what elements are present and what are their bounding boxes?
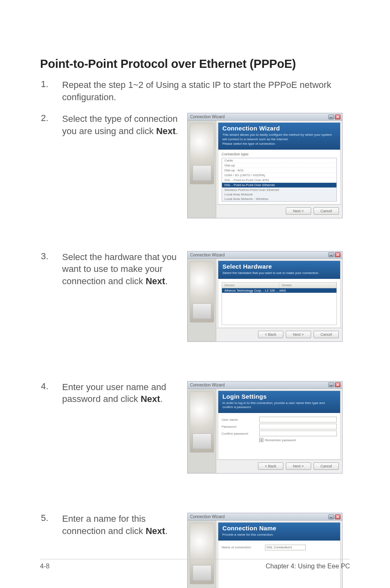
checkbox-icon[interactable]: ✕: [259, 438, 263, 442]
list-item[interactable]: Dial-up: [222, 163, 336, 168]
step-number: 2.: [40, 113, 62, 123]
dialog-login-settings: Connection Wizard Login: [187, 381, 343, 474]
dialog-titlebar: Connection Wizard: [188, 251, 342, 259]
banner-desc: Select the hardware that you want to use…: [222, 271, 336, 276]
username-label: User name:: [222, 418, 259, 422]
list-label: Connection type:: [222, 152, 337, 156]
banner-title: Select Hardware: [222, 263, 336, 270]
list-item[interactable]: GSM / 3G (UMTS / HSDPA): [222, 173, 336, 178]
hardware-table[interactable]: Device Details Atheros Technology Corp. …: [222, 282, 337, 325]
dialog-side-graphic: [188, 521, 216, 588]
close-icon[interactable]: [335, 114, 341, 119]
confirm-input[interactable]: [259, 431, 337, 436]
step-number: 1.: [40, 79, 62, 90]
dialog-title: Connection Wizard: [190, 514, 224, 519]
step-5-text: Enter a name for this connection and cli…: [62, 513, 181, 537]
password-input[interactable]: [259, 424, 337, 429]
banner-title: Connection Name: [222, 525, 336, 532]
close-icon[interactable]: [335, 252, 341, 257]
dialog-title: Connection Wizard: [190, 253, 224, 257]
dialog-banner: Connection Wizard This wizard allows you…: [218, 123, 340, 149]
connection-name-label: Name of connection:: [222, 545, 265, 549]
list-item[interactable]: Local Area Network - Wireless: [222, 197, 336, 201]
banner-title: Login Settings: [222, 393, 336, 400]
minimize-icon[interactable]: [328, 382, 334, 387]
step-4-text: Enter your user name and password and cl…: [62, 381, 181, 405]
list-item[interactable]: Local Area Network: [222, 192, 336, 197]
step-3: 3. Select the hardware that you want to …: [40, 251, 350, 344]
step-1-text: Repeat the step 1~2 of Using a static IP…: [62, 79, 340, 103]
table-row-selected[interactable]: Atheros Technology Corp. - L2 100 ... et…: [222, 288, 336, 293]
list-item[interactable]: Wireless Point-to-Point Over Ethernet: [222, 188, 336, 192]
dialog-title: Connection Wizard: [190, 114, 224, 119]
dialog-select-hardware: Connection Wizard Select: [187, 251, 343, 342]
back-button[interactable]: < Back: [258, 331, 283, 338]
step-5: 5. Enter a name for this connection and …: [40, 513, 350, 588]
cancel-button[interactable]: Cancel: [314, 331, 339, 338]
password-label: Password:: [222, 425, 259, 429]
step-1: 1. Repeat the step 1~2 of Using a static…: [40, 79, 350, 103]
step-4: 4. Enter your user name and password and…: [40, 381, 350, 476]
dialog-titlebar: Connection Wizard: [188, 513, 342, 521]
dialog-titlebar: Connection Wizard: [188, 382, 342, 389]
dialog-side-graphic: [188, 389, 216, 474]
page-heading: Point-to-Point Protocol over Ethernet (P…: [40, 57, 350, 71]
next-button[interactable]: Next >: [286, 331, 311, 338]
confirm-label: Confirm password:: [222, 432, 259, 435]
minimize-icon[interactable]: [328, 114, 334, 119]
next-button[interactable]: Next >: [286, 462, 311, 470]
close-icon[interactable]: [335, 514, 341, 519]
connection-type-list[interactable]: Cable Dial-up Dial-up - AOL GSM / 3G (UM…: [222, 158, 337, 202]
col-details: Details: [279, 283, 336, 288]
step-2-text: Select the type of connection you are us…: [62, 113, 181, 137]
page-number: 4-8: [40, 563, 49, 570]
back-button[interactable]: < Back: [258, 462, 283, 470]
step-2: 2. Select the type of connection you are…: [40, 113, 350, 220]
minimize-icon[interactable]: [328, 514, 334, 519]
step-3-text: Select the hardware that you want to use…: [62, 251, 181, 287]
banner-desc: In order to log in to this connection, p…: [222, 401, 336, 410]
step-number: 4.: [40, 381, 62, 392]
list-item[interactable]: Dial-up - AOL: [222, 168, 336, 173]
dialog-connection-wizard: Connection Wizard Connec: [187, 113, 343, 218]
step-number: 3.: [40, 251, 62, 262]
list-item[interactable]: Cable: [222, 158, 336, 163]
dialog-side-graphic: [188, 121, 216, 218]
dialog-side-graphic: [188, 259, 216, 341]
chapter-label: Chapter 4: Using the Eee PC: [266, 563, 350, 570]
minimize-icon[interactable]: [328, 252, 334, 257]
list-item-selected[interactable]: DSL - Point-to-Point Over Ethernet: [222, 183, 336, 188]
col-device: Device: [222, 283, 279, 288]
dialog-connection-name: Connection Wizard Connec: [187, 513, 343, 588]
cancel-button[interactable]: Cancel: [314, 462, 339, 470]
cancel-button[interactable]: Cancel: [314, 207, 339, 215]
connection-name-input[interactable]: DSL Connection1: [265, 545, 306, 550]
list-item[interactable]: DSL - Point-to-Point Over ATM: [222, 178, 336, 183]
username-input[interactable]: [259, 417, 337, 422]
banner-desc: Provide a name for this connection.: [222, 533, 336, 537]
remember-password-checkbox[interactable]: ✕ Remember password: [259, 438, 337, 442]
close-icon[interactable]: [335, 382, 341, 387]
next-button[interactable]: Next >: [286, 207, 311, 215]
step-number: 5.: [40, 513, 62, 523]
dialog-titlebar: Connection Wizard: [188, 113, 342, 121]
dialog-title: Connection Wizard: [190, 383, 224, 387]
